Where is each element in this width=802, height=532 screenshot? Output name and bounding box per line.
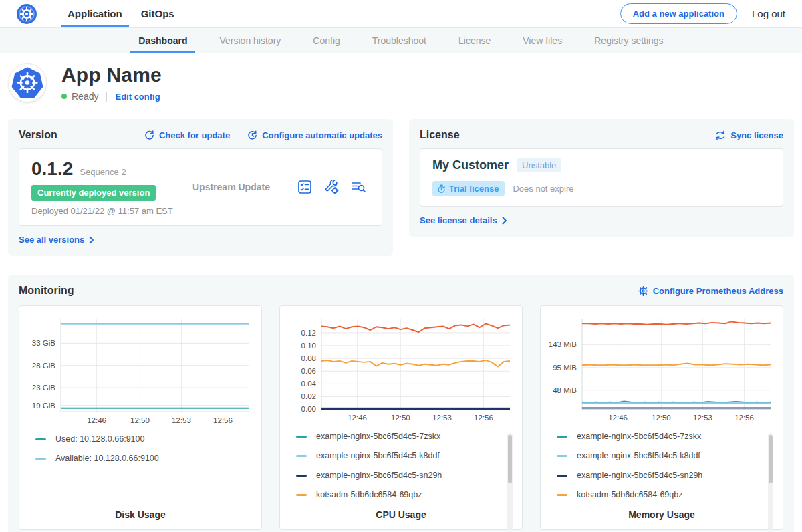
- see-all-versions-label: See all versions: [19, 235, 84, 245]
- legend-label: example-nginx-5bc6f5d4c5-k8ddf: [316, 451, 440, 460]
- legend-label: example-nginx-5bc6f5d4c5-7zskx: [577, 432, 701, 441]
- check-for-update-link[interactable]: Check for update: [144, 130, 230, 140]
- edit-config-link[interactable]: Edit config: [115, 92, 160, 102]
- svg-text:12:53: 12:53: [432, 414, 452, 422]
- svg-text:19 GiB: 19 GiB: [32, 402, 55, 410]
- legend-item: kotsadm-5db6dc6584-69qbz: [557, 490, 775, 499]
- deploy-logs-icon[interactable]: [351, 180, 366, 194]
- stopwatch-icon: [437, 184, 446, 194]
- currently-deployed-badge: Currently deployed version: [31, 185, 156, 201]
- see-all-versions-link[interactable]: See all versions: [19, 235, 94, 245]
- svg-text:12:46: 12:46: [348, 414, 367, 422]
- svg-text:33 GiB: 33 GiB: [32, 339, 55, 347]
- legend-label: Used: 10.128.0.66:9100: [55, 434, 144, 444]
- chart-title: CPU Usage: [288, 509, 514, 520]
- legend-item: example-nginx-5bc6f5d4c5-k8ddf: [296, 451, 514, 460]
- app-header: App Name Ready Edit config: [0, 53, 802, 114]
- refresh-icon: [144, 130, 154, 140]
- legend-dash-icon: [296, 455, 307, 457]
- svg-text:12:56: 12:56: [734, 414, 754, 422]
- tab-license[interactable]: License: [442, 28, 507, 53]
- trial-license-badge: Trial license: [432, 181, 505, 196]
- legend-label: example-nginx-5bc6f5d4c5-sn29h: [577, 471, 702, 480]
- legend-scrollbar-thumb[interactable]: [769, 435, 773, 483]
- legend-label: kotsadm-5db6dc6584-69qbz: [316, 490, 422, 499]
- legend-item: example-nginx-5bc6f5d4c5-7zskx: [557, 432, 775, 441]
- svg-text:12:50: 12:50: [652, 414, 671, 422]
- legend-dash-icon: [296, 475, 307, 477]
- app-subnav: Dashboard Version history Config Trouble…: [0, 28, 802, 53]
- legend-item: example-nginx-5bc6f5d4c5-7zskx: [296, 432, 514, 441]
- version-sequence: Sequence 2: [80, 167, 126, 177]
- version-number: 0.1.2: [31, 158, 73, 180]
- legend-item: Used: 10.128.0.66:9100: [35, 434, 253, 444]
- chevron-right-icon: [502, 217, 507, 225]
- memory-usage-legend: example-nginx-5bc6f5d4c5-7zskxexample-ng…: [549, 432, 775, 509]
- legend-scrollbar-thumb[interactable]: [508, 435, 512, 483]
- tab-dashboard[interactable]: Dashboard: [122, 28, 203, 53]
- sync-license-link[interactable]: Sync license: [715, 130, 783, 140]
- trial-license-label: Trial license: [449, 184, 499, 194]
- svg-text:0.02: 0.02: [301, 392, 316, 400]
- configure-prometheus-link[interactable]: Configure Prometheus Address: [638, 286, 783, 296]
- logout-link[interactable]: Log out: [752, 8, 785, 19]
- cpu-usage-legend: example-nginx-5bc6f5d4c5-7zskxexample-ng…: [288, 432, 514, 509]
- config-wrench-gear-icon[interactable]: [324, 180, 339, 194]
- svg-text:28 GiB: 28 GiB: [32, 362, 55, 370]
- legend-dash-icon: [557, 455, 567, 457]
- license-expiry: Does not expire: [513, 184, 573, 194]
- svg-text:0.08: 0.08: [301, 354, 316, 362]
- topnav-tab-application[interactable]: Application: [58, 0, 132, 27]
- tab-config[interactable]: Config: [297, 28, 356, 53]
- tab-version-history[interactable]: Version history: [203, 28, 297, 53]
- legend-dash-icon: [35, 438, 46, 440]
- license-details-card: My Customer Unstable Trial license: [420, 148, 783, 207]
- svg-text:23 GiB: 23 GiB: [32, 384, 55, 392]
- svg-text:48 MiB: 48 MiB: [553, 386, 577, 394]
- memory-usage-chart-card: 12:4612:5012:5312:5648 MiB95 MiB143 MiB …: [540, 305, 783, 530]
- add-new-application-button[interactable]: Add a new application: [620, 3, 737, 24]
- svg-text:0.12: 0.12: [301, 329, 316, 337]
- legend-dash-icon: [557, 436, 567, 438]
- chart-title: Disk Usage: [27, 509, 253, 520]
- chart-title: Memory Usage: [549, 509, 775, 520]
- svg-text:143 MiB: 143 MiB: [549, 340, 577, 348]
- kubernetes-logo-icon[interactable]: [17, 4, 37, 24]
- legend-dash-icon: [296, 494, 307, 496]
- channel-badge: Unstable: [517, 158, 561, 172]
- svg-text:12:53: 12:53: [693, 414, 712, 422]
- customer-name: My Customer: [432, 158, 509, 172]
- svg-text:12:53: 12:53: [172, 416, 191, 424]
- svg-text:95 MiB: 95 MiB: [553, 364, 577, 372]
- legend-item: example-nginx-5bc6f5d4c5-sn29h: [296, 471, 514, 480]
- license-panel-title: License: [420, 129, 460, 141]
- check-for-update-label: Check for update: [159, 130, 230, 140]
- tab-troubleshoot[interactable]: Troubleshoot: [356, 28, 442, 53]
- legend-dash-icon: [296, 436, 307, 438]
- status-text: Ready: [72, 91, 98, 102]
- page-title: App Name: [61, 63, 162, 86]
- see-license-details-link[interactable]: See license details: [420, 215, 507, 225]
- legend-scrollbar-track: [768, 433, 773, 531]
- memory-usage-chart: 12:4612:5012:5312:5648 MiB95 MiB143 MiB: [549, 314, 775, 425]
- legend-dash-icon: [35, 458, 46, 460]
- svg-text:12:46: 12:46: [608, 414, 628, 422]
- tab-registry-settings[interactable]: Registry settings: [578, 28, 679, 53]
- svg-text:0.04: 0.04: [301, 380, 316, 388]
- divider: [106, 92, 107, 102]
- tab-view-files[interactable]: View files: [507, 28, 578, 53]
- sync-arrows-icon: [715, 130, 726, 140]
- clock-refresh-icon: [247, 130, 257, 140]
- svg-text:0.10: 0.10: [301, 342, 316, 350]
- cpu-usage-chart: 12:4612:5012:5312:560.000.020.040.060.08…: [288, 314, 514, 425]
- legend-scrollbar-track: [507, 433, 513, 531]
- configure-automatic-updates-link[interactable]: Configure automatic updates: [247, 130, 382, 140]
- preflight-checks-icon[interactable]: [297, 180, 312, 194]
- chevron-right-icon: [89, 236, 94, 244]
- kubernetes-heptagon-icon: [9, 63, 46, 102]
- version-panel: Version Check for update: [8, 119, 393, 256]
- topnav-tab-gitops[interactable]: GitOps: [132, 0, 184, 27]
- svg-text:0.00: 0.00: [301, 406, 316, 414]
- configure-prometheus-label: Configure Prometheus Address: [653, 286, 783, 296]
- cpu-usage-chart-card: 12:4612:5012:5312:560.000.020.040.060.08…: [279, 305, 523, 530]
